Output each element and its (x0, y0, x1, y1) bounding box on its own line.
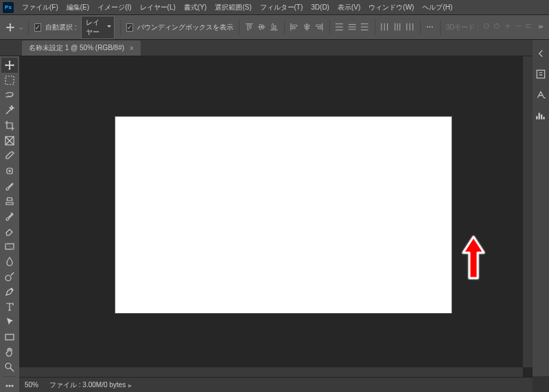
lasso-tool[interactable] (1, 88, 18, 103)
gradient-tool[interactable] (1, 239, 18, 254)
svg-point-15 (12, 385, 13, 387)
pen-tool[interactable] (1, 284, 18, 299)
menu-window[interactable]: ウィンドウ(W) (364, 1, 418, 14)
document-tab-title: 名称未設定 1 @ 50% (RGB/8#) (29, 43, 124, 53)
svg-rect-5 (527, 24, 531, 27)
menu-image[interactable]: イメージ(I) (93, 1, 135, 14)
clone-stamp-tool[interactable] (1, 194, 18, 209)
edit-toolbar-icon[interactable] (1, 378, 18, 392)
move-tool[interactable] (1, 58, 18, 73)
tool-preset-dropdown-icon[interactable] (19, 25, 23, 30)
path-select-tool[interactable] (1, 314, 18, 330)
menu-layer[interactable]: レイヤー(L) (136, 1, 180, 14)
options-overflow-icon[interactable] (537, 23, 544, 32)
svg-point-1 (430, 27, 431, 28)
menu-file[interactable]: ファイル(F) (18, 1, 62, 14)
dodge-tool[interactable] (1, 269, 18, 284)
options-bar: 自動選択 : レイヤー バウンディングボックスを表示 3Dモード : (0, 15, 549, 40)
rectangle-tool[interactable] (1, 330, 18, 345)
distribute-bottom-icon[interactable] (360, 21, 369, 34)
separator (329, 20, 330, 35)
menu-3d[interactable]: 3D(D) (307, 2, 334, 12)
align-hcenter-icon[interactable] (303, 21, 311, 34)
distribute-hcenter-icon[interactable] (393, 21, 401, 34)
3d-mode-label: 3Dモード : (445, 23, 478, 32)
menu-view[interactable]: 表示(V) (334, 1, 364, 14)
show-bounding-label: バウンディングボックスを表示 (137, 23, 233, 32)
distribute-vcenter-icon[interactable] (348, 21, 356, 34)
crop-tool[interactable] (1, 118, 18, 133)
separator (440, 20, 441, 35)
separator (120, 20, 121, 35)
healing-tool[interactable] (1, 163, 18, 178)
svg-point-14 (9, 385, 10, 387)
zoom-level[interactable]: 50% (25, 381, 38, 389)
3d-orbit-icon[interactable] (483, 23, 490, 32)
panel-toggle-icon[interactable] (535, 48, 546, 59)
menu-filter[interactable]: フィルター(T) (256, 1, 307, 14)
frame-tool[interactable] (1, 133, 18, 148)
separator (28, 20, 29, 35)
canvas-workspace[interactable] (19, 56, 533, 377)
document-tab[interactable]: 名称未設定 1 @ 50% (RGB/8#) × (22, 41, 141, 56)
eyedropper-tool[interactable] (1, 148, 18, 163)
tools-panel (0, 56, 19, 392)
right-panel-strip (533, 40, 549, 376)
zoom-tool[interactable] (1, 360, 18, 375)
align-left-icon[interactable] (290, 21, 298, 34)
close-tab-icon[interactable]: × (130, 45, 134, 52)
menu-edit[interactable]: 編集(E) (62, 1, 93, 14)
document-tab-bar: 名称未設定 1 @ 50% (RGB/8#) × (0, 40, 549, 56)
align-top-icon[interactable] (245, 21, 253, 34)
history-brush-tool[interactable] (1, 209, 18, 224)
3d-pan-icon[interactable] (504, 23, 511, 32)
histogram-panel-icon[interactable] (535, 110, 546, 121)
3d-camera-icon[interactable] (526, 23, 533, 32)
blur-tool[interactable] (1, 254, 18, 269)
auto-select-label: 自動選択 : (45, 23, 77, 32)
brush-tool[interactable] (1, 178, 18, 194)
menu-help[interactable]: ヘルプ(H) (418, 1, 456, 14)
svg-rect-19 (537, 70, 544, 78)
distribute-right-icon[interactable] (406, 21, 414, 34)
more-align-icon[interactable] (425, 21, 434, 34)
horizontal-scrollbar[interactable] (19, 367, 523, 377)
svg-point-0 (427, 27, 428, 28)
auto-select-target-select[interactable]: レイヤー (81, 16, 115, 39)
vertical-scrollbar[interactable] (523, 56, 533, 367)
app-logo: Ps (3, 2, 14, 13)
auto-select-checkbox[interactable] (34, 23, 41, 32)
status-bar: 50% ファイル : 3.00M/0 bytes (19, 377, 533, 392)
svg-point-13 (6, 385, 8, 387)
svg-point-3 (484, 23, 489, 28)
distribute-top-icon[interactable] (335, 21, 343, 34)
svg-point-2 (432, 27, 433, 28)
separator (239, 20, 240, 35)
svg-point-10 (5, 275, 11, 281)
distribute-left-icon[interactable] (380, 21, 388, 34)
properties-panel-icon[interactable] (535, 69, 546, 80)
3d-slide-icon[interactable] (515, 23, 522, 32)
toolbar-divider (3, 376, 16, 377)
align-vcenter-icon[interactable] (257, 21, 266, 34)
character-panel-icon[interactable] (535, 89, 546, 100)
eraser-tool[interactable] (1, 224, 18, 239)
menu-select[interactable]: 選択範囲(S) (211, 1, 255, 14)
3d-roll-icon[interactable] (493, 23, 500, 32)
separator (375, 20, 375, 35)
type-tool[interactable] (1, 299, 18, 314)
svg-point-12 (5, 363, 11, 369)
magic-wand-tool[interactable] (1, 103, 18, 118)
status-doc-info[interactable]: ファイル : 3.00M/0 bytes (49, 380, 132, 390)
align-right-icon[interactable] (315, 21, 323, 34)
align-bottom-icon[interactable] (270, 21, 278, 34)
menu-bar: Ps ファイル(F) 編集(E) イメージ(I) レイヤー(L) 書式(Y) 選… (0, 0, 549, 15)
separator (420, 20, 421, 35)
marquee-tool[interactable] (1, 73, 18, 88)
menu-type[interactable]: 書式(Y) (180, 1, 211, 14)
document-canvas[interactable] (115, 117, 452, 313)
show-bounding-checkbox[interactable] (126, 23, 133, 32)
separator (284, 20, 285, 35)
hand-tool[interactable] (1, 345, 18, 360)
move-tool-icon[interactable] (5, 21, 15, 34)
